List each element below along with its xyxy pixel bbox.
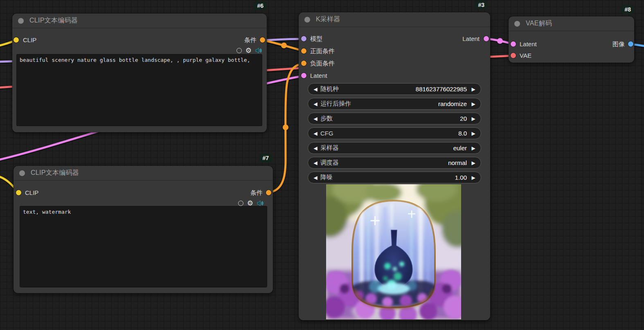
node-id-badge: #3 [475, 0, 488, 9]
input-slot-label: 模型 [310, 35, 322, 43]
preview-image [326, 184, 461, 319]
input-slot-label: Latent [310, 72, 327, 80]
increment-arrow-icon[interactable]: ▶ [470, 145, 477, 151]
node-header[interactable]: K采样器 [299, 12, 490, 27]
widget-value[interactable]: 881623776022985 [416, 86, 467, 93]
widget-seed[interactable]: ◀ 随机种 881623776022985 ▶ [308, 83, 481, 95]
widget-value[interactable]: 20 [460, 115, 467, 122]
node-id-badge: #7 [259, 154, 272, 163]
decrement-arrow-icon[interactable]: ◀ [312, 145, 319, 151]
toggle-circle-icon[interactable] [238, 201, 243, 206]
link-dot [281, 43, 287, 48]
input-slot-latent[interactable] [511, 41, 516, 47]
gear-icon[interactable]: ⚙ [245, 47, 252, 54]
node-header[interactable]: CLIP文本编码器 [14, 166, 273, 181]
widget-label: 随机种 [320, 85, 339, 93]
node-title: CLIP文本编码器 [31, 169, 79, 177]
decrement-arrow-icon[interactable]: ◀ [312, 175, 319, 181]
node-graph-canvas[interactable]: #6 CLIP文本编码器 CLIP 条件 ⚙ beautiful scenery… [0, 0, 644, 330]
input-slot-label: Latent [520, 40, 537, 48]
collapse-dot-icon[interactable] [18, 18, 24, 24]
wire-positive-conditioning [263, 40, 304, 51]
increment-arrow-icon[interactable]: ▶ [470, 160, 477, 166]
input-slot-label: CLIP [23, 36, 36, 44]
collapse-dot-icon[interactable] [514, 21, 520, 27]
output-slot-conditioning[interactable] [260, 37, 265, 43]
widget-value[interactable]: 1.00 [455, 174, 467, 181]
increment-arrow-icon[interactable]: ▶ [470, 175, 477, 181]
input-slot-latent[interactable] [301, 73, 306, 78]
node-header[interactable]: CLIP文本编码器 [12, 14, 267, 28]
increment-arrow-icon[interactable]: ▶ [470, 116, 477, 122]
widget-label: CFG [320, 130, 333, 137]
widget-value[interactable]: euler [453, 145, 467, 151]
prompt-widget-icons: ⚙ [236, 47, 262, 54]
prompt-textarea[interactable]: beautiful scenery nature glass bottle la… [16, 54, 262, 126]
widget-value[interactable]: randomize [438, 100, 467, 107]
widget-cfg[interactable]: ◀ CFG 8.0 ▶ [308, 127, 481, 139]
input-slot-clip[interactable] [16, 190, 21, 195]
node-title: CLIP文本编码器 [29, 16, 78, 25]
widget-denoise[interactable]: ◀ 降噪 1.00 ▶ [308, 172, 481, 183]
widget-steps[interactable]: ◀ 步数 20 ▶ [308, 113, 481, 124]
decrement-arrow-icon[interactable]: ◀ [312, 101, 319, 107]
node-header[interactable]: VAE解码 [509, 16, 634, 31]
node-id-badge: #6 [254, 1, 267, 10]
input-slot-label: CLIP [25, 189, 38, 197]
input-slot-label: 负面条件 [310, 59, 335, 68]
output-slot-label: Latent [462, 35, 480, 43]
widget-value[interactable]: normal [448, 159, 467, 166]
output-slot-label: 条件 [250, 189, 263, 197]
speaker-icon[interactable] [255, 47, 262, 54]
output-slot-label: 条件 [244, 36, 257, 44]
prompt-textarea[interactable]: text, watermark [20, 206, 267, 287]
widget-control-after-generate[interactable]: ◀ 运行后操作 randomize ▶ [308, 98, 481, 110]
widget-label: 运行后操作 [320, 100, 351, 108]
increment-arrow-icon[interactable]: ▶ [470, 131, 477, 136]
increment-arrow-icon[interactable]: ▶ [470, 86, 477, 92]
node-title: VAE解码 [526, 19, 552, 28]
input-slot-negative[interactable] [301, 61, 306, 66]
toggle-circle-icon[interactable] [236, 48, 242, 53]
input-slot-label: VAE [520, 52, 531, 60]
widget-label: 降噪 [320, 174, 333, 181]
link-dot [283, 124, 288, 130]
output-slot-latent[interactable] [484, 36, 489, 41]
input-slot-positive[interactable] [301, 48, 306, 54]
widget-label: 采样器 [320, 144, 339, 152]
output-slot-label: 图像 [612, 40, 625, 48]
increment-arrow-icon[interactable]: ▶ [470, 101, 477, 107]
collapse-dot-icon[interactable] [19, 170, 25, 176]
node-id-badge: #8 [621, 5, 634, 14]
decrement-arrow-icon[interactable]: ◀ [312, 131, 319, 136]
decrement-arrow-icon[interactable]: ◀ [312, 86, 319, 92]
node-vae-decode[interactable]: #8 VAE解码 Latent VAE 图像 [509, 16, 634, 63]
speaker-icon[interactable] [257, 200, 264, 206]
decrement-arrow-icon[interactable]: ◀ [312, 116, 319, 122]
node-clip-text-encoder-negative[interactable]: #7 CLIP文本编码器 CLIP 条件 ⚙ text, watermark [14, 166, 273, 293]
input-slot-label: 正面条件 [310, 47, 335, 55]
node-title: K采样器 [316, 15, 340, 24]
gear-icon[interactable]: ⚙ [247, 200, 253, 207]
widget-value[interactable]: 8.0 [458, 130, 467, 137]
link-dot [497, 38, 503, 44]
input-slot-vae[interactable] [511, 53, 516, 58]
decrement-arrow-icon[interactable]: ◀ [312, 160, 319, 166]
widget-scheduler[interactable]: ◀ 调度器 normal ▶ [308, 157, 481, 169]
collapse-dot-icon[interactable] [304, 17, 310, 23]
widget-label: 步数 [320, 115, 333, 122]
node-clip-text-encoder-positive[interactable]: #6 CLIP文本编码器 CLIP 条件 ⚙ beautiful scenery… [12, 14, 267, 132]
node-ksampler[interactable]: #3 K采样器 模型 正面条件 负面条件 Latent Latent ◀ 随机种… [299, 12, 490, 320]
input-slot-clip[interactable] [14, 37, 19, 43]
input-slot-model[interactable] [301, 36, 306, 41]
widget-label: 调度器 [320, 159, 339, 167]
output-slot-image[interactable] [628, 41, 633, 47]
output-slot-conditioning[interactable] [266, 190, 271, 195]
widget-sampler-name[interactable]: ◀ 采样器 euler ▶ [308, 142, 481, 154]
